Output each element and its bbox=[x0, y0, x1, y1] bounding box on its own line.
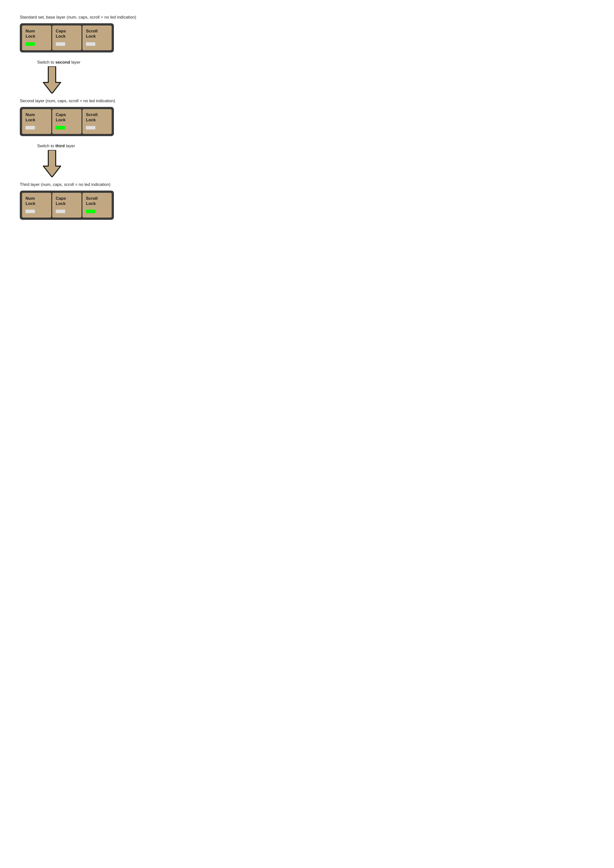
key-caps-lock-base-label: CapsLock bbox=[56, 28, 78, 39]
key-group-base: NumLock CapsLock ScrollLock bbox=[20, 23, 114, 53]
section-base-label: Standard set, base layer (num, caps, scr… bbox=[20, 15, 203, 20]
key-caps-lock-second-led bbox=[56, 126, 65, 129]
key-caps-lock-second: CapsLock bbox=[52, 109, 81, 134]
key-scroll-lock-base-led bbox=[86, 42, 95, 46]
key-scroll-lock-second-led bbox=[86, 126, 95, 129]
key-num-lock-base-label: NumLock bbox=[25, 28, 48, 39]
arrow-down-second-icon bbox=[40, 66, 64, 93]
key-scroll-lock-third: ScrollLock bbox=[82, 193, 112, 217]
key-group-second: NumLock CapsLock ScrollLock bbox=[20, 107, 114, 136]
section-third-label: Third layer (num, caps, scroll = no led … bbox=[20, 182, 203, 187]
key-scroll-lock-second-label: ScrollLock bbox=[86, 112, 108, 123]
arrow-to-third: Switch to third layer bbox=[35, 144, 203, 177]
key-scroll-lock-third-label: ScrollLock bbox=[86, 196, 108, 206]
key-num-lock-third-label: NumLock bbox=[25, 196, 48, 206]
key-num-lock-second: NumLock bbox=[22, 109, 51, 134]
section-second-label: Second layer (num, caps, scroll = no led… bbox=[20, 99, 203, 104]
key-scroll-lock-base-label: ScrollLock bbox=[86, 28, 108, 39]
svg-marker-0 bbox=[43, 66, 60, 93]
arrow-to-third-text: Switch to third layer bbox=[37, 144, 75, 149]
key-num-lock-third-led bbox=[25, 210, 35, 213]
arrow-to-second: Switch to second layer bbox=[35, 60, 203, 93]
key-caps-lock-third-led bbox=[56, 210, 65, 213]
key-caps-lock-third: CapsLock bbox=[52, 193, 81, 217]
arrow-down-third-icon bbox=[40, 150, 64, 177]
key-caps-lock-third-label: CapsLock bbox=[56, 196, 78, 206]
key-caps-lock-base-led bbox=[56, 42, 65, 46]
arrow-to-second-text: Switch to second layer bbox=[37, 60, 81, 65]
key-num-lock-second-label: NumLock bbox=[25, 112, 48, 123]
section-base: Standard set, base layer (num, caps, scr… bbox=[20, 15, 203, 53]
svg-marker-1 bbox=[43, 150, 60, 177]
key-caps-lock-base: CapsLock bbox=[52, 25, 81, 50]
key-scroll-lock-third-led bbox=[86, 210, 95, 213]
key-num-lock-second-led bbox=[25, 126, 35, 129]
key-scroll-lock-base: ScrollLock bbox=[82, 25, 112, 50]
section-second: Second layer (num, caps, scroll = no led… bbox=[20, 99, 203, 136]
key-num-lock-base: NumLock bbox=[22, 25, 51, 50]
key-num-lock-base-led bbox=[25, 42, 35, 46]
key-group-third: NumLock CapsLock ScrollLock bbox=[20, 191, 114, 220]
key-scroll-lock-second: ScrollLock bbox=[82, 109, 112, 134]
key-num-lock-third: NumLock bbox=[22, 193, 51, 217]
section-third: Third layer (num, caps, scroll = no led … bbox=[20, 182, 203, 220]
key-caps-lock-second-label: CapsLock bbox=[56, 112, 78, 123]
